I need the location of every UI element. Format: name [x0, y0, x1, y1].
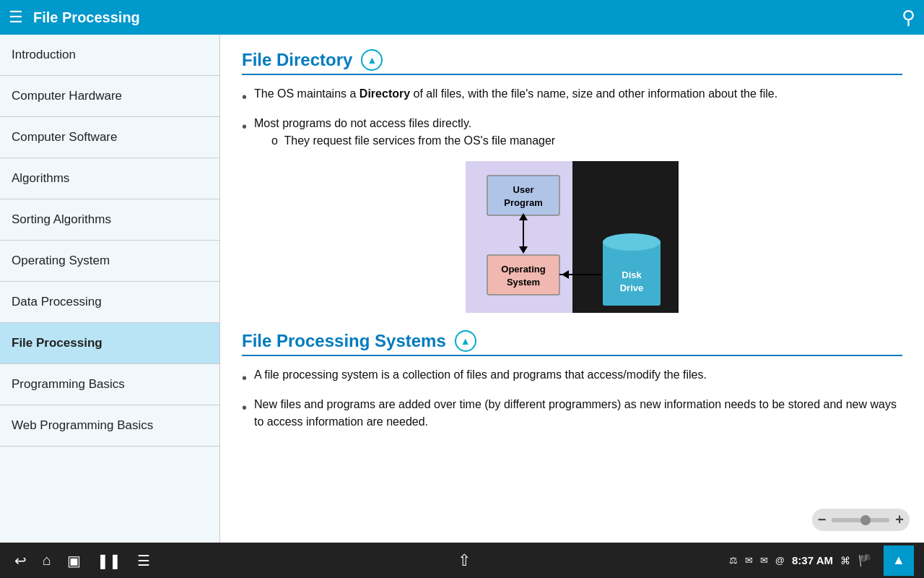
- sidebar-item-computer-software[interactable]: Computer Software: [0, 117, 219, 158]
- sidebar: Introduction Computer Hardware Computer …: [0, 35, 220, 543]
- section-title-file-directory: File Directory ▲: [242, 49, 902, 71]
- top-bar: ☰ File Processing ⚲: [0, 0, 924, 35]
- sidebar-item-computer-hardware[interactable]: Computer Hardware: [0, 76, 219, 117]
- sidebar-item-algorithms[interactable]: Algorithms: [0, 158, 219, 199]
- app-title: File Processing: [33, 9, 140, 26]
- diagram-container: User Program Operating System: [242, 161, 902, 313]
- zoom-slider-thumb: [860, 515, 871, 525]
- section-title-text: File Directory: [242, 50, 352, 70]
- section-divider-1: [242, 74, 902, 75]
- sidebar-item-file-processing[interactable]: File Processing: [0, 323, 219, 364]
- bottom-nav-left: ↩ ⌂ ▣ ❚❚ ☰: [0, 552, 458, 569]
- search-icon[interactable]: ⚲: [902, 7, 915, 29]
- bullet-dot-fps-2: •: [242, 397, 247, 418]
- zoom-minus-button[interactable]: −: [818, 512, 827, 528]
- main-layout: Introduction Computer Hardware Computer …: [0, 35, 924, 543]
- bullet-fps-2: • New files and programs are added over …: [242, 396, 902, 431]
- bottom-nav-right: ⚖ ✉ ✉ @ 8:37 AM ⌘ 🏴 ▲: [471, 545, 924, 576]
- bullet-text-fps-2: New files and programs are added over ti…: [254, 396, 902, 431]
- svg-rect-8: [487, 255, 559, 295]
- content-area: File Directory ▲ • The OS maintains a Di…: [220, 35, 924, 543]
- recents-icon[interactable]: ▣: [67, 552, 81, 569]
- sidebar-item-introduction[interactable]: Introduction: [0, 35, 219, 76]
- sidebar-item-operating-system[interactable]: Operating System: [0, 241, 219, 282]
- topbar-left: ☰ File Processing: [9, 8, 140, 27]
- sidebar-item-web-programming-basics[interactable]: Web Programming Basics: [0, 405, 219, 447]
- bullet-dot-fps-1: •: [242, 367, 247, 389]
- svg-rect-2: [487, 176, 559, 215]
- zoom-plus-button[interactable]: +: [895, 512, 904, 528]
- bullet-2: • Most programs do not access files dire…: [242, 115, 902, 150]
- zoom-controls: − +: [812, 509, 910, 531]
- svg-text:User: User: [513, 184, 534, 195]
- section-title-fps: File Processing Systems ▲: [242, 330, 902, 352]
- bullet-fps-1: • A file processing system is a collecti…: [242, 366, 902, 389]
- bullet-1: • The OS maintains a Directory of all fi…: [242, 85, 902, 108]
- up-circle-1[interactable]: ▲: [361, 49, 383, 71]
- section-file-processing-systems: File Processing Systems ▲ • A file proce…: [242, 330, 902, 431]
- usb-icon: ⚖: [729, 555, 738, 566]
- time-display: 8:37 AM: [792, 554, 833, 566]
- bullet-dot-1: •: [242, 86, 247, 108]
- bottom-bar: ↩ ⌂ ▣ ❚❚ ☰ ⇧ ⚖ ✉ ✉ @ 8:37 AM ⌘ 🏴 ▲: [0, 543, 924, 578]
- zoom-slider[interactable]: [832, 518, 889, 522]
- svg-text:Drive: Drive: [620, 282, 644, 293]
- section-title-fps-text: File Processing Systems: [242, 331, 446, 351]
- bullet-dot-2: •: [242, 116, 247, 137]
- back-icon[interactable]: ↩: [14, 552, 27, 569]
- bullet-text-2: Most programs do not access files direct…: [254, 115, 555, 150]
- svg-text:Disk: Disk: [622, 269, 642, 280]
- sidebar-item-sorting-algorithms[interactable]: Sorting Algorithms: [0, 199, 219, 241]
- flag-icon: 🏴: [858, 553, 872, 567]
- sidebar-item-data-processing[interactable]: Data Processing: [0, 282, 219, 323]
- section-divider-2: [242, 355, 902, 356]
- bottom-center: ⇧: [458, 551, 471, 570]
- section-file-directory: File Directory ▲ • The OS maintains a Di…: [242, 49, 902, 150]
- grid-icon[interactable]: ❚❚: [97, 552, 121, 569]
- svg-text:System: System: [507, 277, 540, 288]
- at-icon: @: [775, 555, 785, 566]
- email-icon: ✉: [745, 555, 753, 566]
- bullet-text-1: The OS maintains a Directory of all file…: [254, 85, 777, 103]
- bullet-text-fps-1: A file processing system is a collection…: [254, 366, 707, 384]
- up-circle-2[interactable]: ▲: [455, 330, 476, 352]
- menu-icon[interactable]: ☰: [137, 552, 150, 569]
- svg-text:Program: Program: [504, 197, 542, 208]
- svg-text:Operating: Operating: [501, 264, 545, 275]
- message-icon: ✉: [760, 555, 768, 566]
- file-directory-diagram: User Program Operating System: [466, 161, 679, 313]
- wifi-icon: ⌘: [840, 555, 850, 566]
- up-arrow-button[interactable]: ▲: [884, 545, 914, 576]
- hamburger-icon[interactable]: ☰: [9, 8, 23, 27]
- chevron-up-icon[interactable]: ⇧: [458, 551, 471, 570]
- sidebar-item-programming-basics[interactable]: Programming Basics: [0, 364, 219, 405]
- home-icon[interactable]: ⌂: [43, 552, 51, 569]
- svg-point-14: [603, 233, 661, 251]
